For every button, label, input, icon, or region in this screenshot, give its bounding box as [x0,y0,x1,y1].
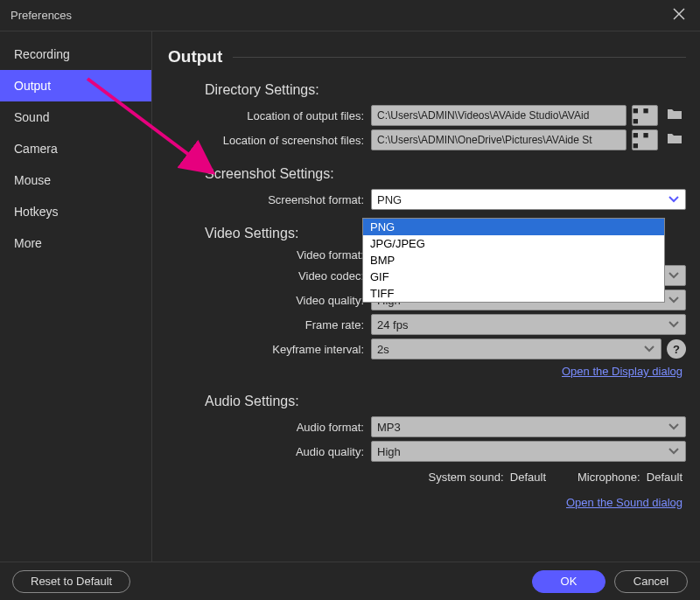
microphone-value: Default [647,471,682,484]
video-quality-label: Video quality: [168,294,371,307]
cancel-button[interactable]: Cancel [614,570,688,593]
page-title: Output [168,47,686,66]
chevron-down-icon [668,421,680,434]
ok-button[interactable]: OK [532,570,606,593]
sidebar-item-mouse[interactable]: Mouse [0,164,151,196]
output-location-label: Location of output files: [168,109,371,122]
dropdown-option[interactable]: BMP [363,252,664,269]
folder-icon [667,108,682,123]
row-keyframe-interval: Keyframe interval: 2s ? [168,338,686,359]
video-codec-label: Video codec: [168,269,371,283]
row-frame-rate: Frame rate: 24 fps [168,314,686,335]
sidebar-item-recording[interactable]: Recording [0,38,151,70]
screenshot-format-dropdown[interactable]: PNG JPG/JPEG BMP GIF TIFF [362,218,665,303]
output-location-open-folder[interactable] [663,105,686,126]
row-audio-format: Audio format: MP3 [168,416,686,437]
titlebar: Preferences [0,0,700,31]
row-screenshot-location: Location of screenshot files: C:\Users\A… [168,129,686,150]
screenshot-format-value: PNG [377,193,402,206]
row-output-location: Location of output files: C:\Users\ADMIN… [168,105,686,126]
audio-format-value: MP3 [377,421,401,434]
audio-quality-select[interactable]: High [371,441,686,462]
row-audio-quality: Audio quality: High [168,441,686,462]
display-dialog-link[interactable]: Open the Display dialog [562,365,682,378]
sidebar-item-hotkeys[interactable]: Hotkeys [0,196,151,227]
sidebar: Recording Output Sound Camera Mouse Hotk… [0,31,152,562]
sound-dialog-link[interactable]: Open the Sound dialog [566,496,682,509]
audio-format-label: Audio format: [168,421,371,434]
output-location-field[interactable]: C:\Users\ADMIN\Videos\AVAide Studio\AVAi… [371,105,626,126]
chevron-down-icon [668,269,680,283]
close-icon [673,8,685,24]
window-title: Preferences [10,9,72,22]
row-screenshot-format: Screenshot format: PNG [168,189,686,210]
folder-icon [667,132,682,148]
dropdown-option[interactable]: GIF [363,269,664,285]
dropdown-option[interactable]: PNG [363,219,664,235]
sidebar-item-camera[interactable]: Camera [0,133,151,164]
dropdown-option[interactable]: JPG/JPEG [363,235,664,252]
audio-format-select[interactable]: MP3 [371,416,686,437]
sidebar-item-output[interactable]: Output [0,70,151,101]
audio-quality-value: High [377,445,401,458]
close-button[interactable] [668,5,690,26]
audio-quality-label: Audio quality: [168,445,371,458]
chevron-down-icon [668,445,680,458]
section-screenshot: Screenshot Settings: [205,166,686,182]
chevron-down-icon [668,318,680,331]
output-location-browse[interactable]: ■ ■ ■ [632,105,658,126]
screenshot-location-open-folder[interactable] [663,129,686,150]
audio-status-row: System sound: Default Microphone: Defaul… [168,471,682,484]
keyframe-help-button[interactable]: ? [667,339,686,359]
chevron-down-icon [643,343,655,356]
frame-rate-select[interactable]: 24 fps [371,314,686,335]
screenshot-location-browse[interactable]: ■ ■ ■ [632,129,658,150]
reset-button[interactable]: Reset to Default [12,570,130,593]
section-audio: Audio Settings: [205,394,686,409]
chevron-down-icon [668,193,680,206]
sidebar-item-sound[interactable]: Sound [0,101,151,133]
keyframe-label: Keyframe interval: [168,343,371,356]
video-format-label: Video format: [168,248,371,262]
system-sound-value: Default [510,471,546,484]
microphone-label: Microphone: [578,471,640,484]
frame-rate-value: 24 fps [377,318,408,331]
frame-rate-label: Frame rate: [168,318,371,331]
screenshot-format-label: Screenshot format: [168,193,371,206]
question-icon: ? [673,343,680,356]
dropdown-option[interactable]: TIFF [363,285,664,302]
footer: Reset to Default OK Cancel [0,562,700,600]
body: Recording Output Sound Camera Mouse Hotk… [0,31,700,562]
chevron-down-icon [668,294,680,307]
keyframe-select[interactable]: 2s [371,338,662,359]
system-sound-label: System sound: [429,471,504,484]
screenshot-format-select[interactable]: PNG [371,189,686,210]
screenshot-location-label: Location of screenshot files: [168,134,371,147]
keyframe-value: 2s [377,343,389,356]
sidebar-item-more[interactable]: More [0,227,151,259]
main-panel: Output Directory Settings: Location of o… [152,31,700,562]
screenshot-location-field[interactable]: C:\Users\ADMIN\OneDrive\Pictures\AVAide … [371,129,626,150]
section-directory: Directory Settings: [205,82,686,98]
